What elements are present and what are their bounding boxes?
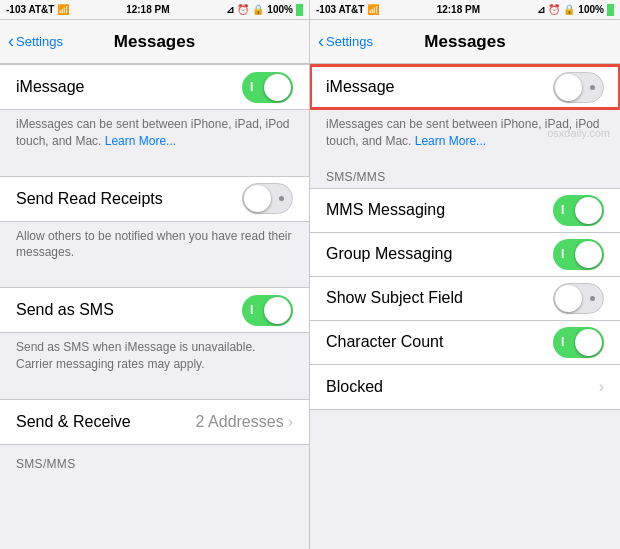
left-panel: -103 AT&T 📶 12:18 PM ⊿ ⏰ 🔒 100% █ ‹ Sett… <box>0 0 310 549</box>
back-label-left: Settings <box>16 34 63 49</box>
learn-more-link-left[interactable]: Learn More... <box>105 134 176 148</box>
back-button-left[interactable]: ‹ Settings <box>8 33 63 50</box>
character-count-row[interactable]: Character Count I <box>310 321 620 365</box>
status-bar-right: -103 AT&T 📶 12:18 PM ⊿ ⏰ 🔒 100% █ <box>310 0 620 20</box>
time-right: 12:18 PM <box>437 4 480 15</box>
send-receive-value-left: 2 Addresses <box>196 413 284 431</box>
alarm-icon-right: ⏰ <box>548 4 560 15</box>
read-receipts-group-left: Send Read Receipts <box>0 176 309 222</box>
mms-messaging-toggle[interactable]: I <box>553 195 604 226</box>
read-receipts-desc-left: Allow others to be notified when you hav… <box>0 222 309 270</box>
blocked-row[interactable]: Blocked › <box>310 365 620 409</box>
back-arrow-icon-right: ‹ <box>318 32 324 50</box>
nav-title-left: Messages <box>114 32 195 52</box>
battery-icon-left: █ <box>296 4 303 15</box>
send-sms-row-left[interactable]: Send as SMS I <box>0 288 309 332</box>
imessage-toggle-dot-right <box>590 85 595 90</box>
location-icon-right: ⊿ <box>537 4 545 15</box>
imessage-row-right[interactable]: iMessage <box>310 65 620 109</box>
character-count-toggle[interactable]: I <box>553 327 604 358</box>
toggle-i-icon-left: I <box>250 80 253 94</box>
alarm-icon-left: ⏰ <box>237 4 249 15</box>
imessage-toggle-left[interactable]: I <box>242 72 293 103</box>
send-receive-group-left: Send & Receive 2 Addresses › <box>0 399 309 445</box>
imessage-knob-right <box>555 74 582 101</box>
status-right-left: ⊿ ⏰ 🔒 100% █ <box>226 4 303 15</box>
send-receive-label-left: Send & Receive <box>16 413 196 431</box>
status-left-right: -103 AT&T 📶 <box>316 4 379 15</box>
carrier-right: -103 AT&T <box>316 4 364 15</box>
toggle-i-sms-left: I <box>250 303 253 317</box>
nav-bar-left: ‹ Settings Messages <box>0 20 309 64</box>
back-label-right: Settings <box>326 34 373 49</box>
location-icon-left: ⊿ <box>226 4 234 15</box>
group-messaging-label: Group Messaging <box>326 245 553 263</box>
back-arrow-icon-left: ‹ <box>8 32 14 50</box>
back-button-right[interactable]: ‹ Settings <box>318 33 373 50</box>
battery-left: 100% <box>267 4 293 15</box>
imessage-toggle-right[interactable] <box>553 72 604 103</box>
character-count-label: Character Count <box>326 333 553 351</box>
battery-right: 100% <box>578 4 604 15</box>
lock-icon-right: 🔒 <box>563 4 575 15</box>
imessage-label-left: iMessage <box>16 78 242 96</box>
content-left: iMessage I iMessages can be sent between… <box>0 64 309 549</box>
send-sms-knob-left <box>264 297 291 324</box>
group-messaging-row[interactable]: Group Messaging I <box>310 233 620 277</box>
lock-icon-left: 🔒 <box>252 4 264 15</box>
blocked-label: Blocked <box>326 378 599 396</box>
imessage-desc-right: iMessages can be sent between iPhone, iP… <box>310 110 620 158</box>
wifi-icon-left: 📶 <box>57 4 69 15</box>
content-right: iMessage iMessages can be sent between i… <box>310 64 620 549</box>
read-receipts-knob-left <box>244 185 271 212</box>
battery-icon-right: █ <box>607 4 614 15</box>
imessage-row-left[interactable]: iMessage I <box>0 65 309 109</box>
toggle-knob-left <box>264 74 291 101</box>
wifi-icon-right: 📶 <box>367 4 379 15</box>
send-sms-toggle-left[interactable]: I <box>242 295 293 326</box>
group-messaging-toggle[interactable]: I <box>553 239 604 270</box>
show-subject-label: Show Subject Field <box>326 289 553 307</box>
send-receive-row-left[interactable]: Send & Receive 2 Addresses › <box>0 400 309 444</box>
imessage-desc-left: iMessages can be sent between iPhone, iP… <box>0 110 309 158</box>
status-bar-left: -103 AT&T 📶 12:18 PM ⊿ ⏰ 🔒 100% █ <box>0 0 309 20</box>
blocked-chevron: › <box>599 378 604 396</box>
imessage-label-right: iMessage <box>326 78 553 96</box>
time-left: 12:18 PM <box>126 4 169 15</box>
read-receipts-label-left: Send Read Receipts <box>16 190 242 208</box>
carrier-left: -103 AT&T <box>6 4 54 15</box>
show-subject-toggle[interactable] <box>553 283 604 314</box>
imessage-group-right: iMessage <box>310 64 620 110</box>
read-receipts-row-left[interactable]: Send Read Receipts <box>0 177 309 221</box>
right-panel: -103 AT&T 📶 12:18 PM ⊿ ⏰ 🔒 100% █ ‹ Sett… <box>310 0 620 549</box>
send-sms-group-left: Send as SMS I <box>0 287 309 333</box>
send-sms-desc-left: Send as SMS when iMessage is unavailable… <box>0 333 309 381</box>
send-sms-label-left: Send as SMS <box>16 301 242 319</box>
mms-messaging-row[interactable]: MMS Messaging I <box>310 189 620 233</box>
nav-title-right: Messages <box>424 32 505 52</box>
learn-more-link-right[interactable]: Learn More... <box>415 134 486 148</box>
nav-bar-right: ‹ Settings Messages <box>310 20 620 64</box>
status-left: -103 AT&T 📶 <box>6 4 69 15</box>
toggle-dot-left <box>279 196 284 201</box>
sms-section-label-right: SMS/MMS <box>310 158 620 188</box>
sms-section-label-left: SMS/MMS <box>0 445 309 475</box>
mms-messaging-label: MMS Messaging <box>326 201 553 219</box>
show-subject-row[interactable]: Show Subject Field <box>310 277 620 321</box>
send-receive-chevron-left: › <box>288 413 293 431</box>
smsmms-group-right: MMS Messaging I Group Messaging I Show S… <box>310 188 620 410</box>
read-receipts-toggle-left[interactable] <box>242 183 293 214</box>
status-right-right: ⊿ ⏰ 🔒 100% █ <box>537 4 614 15</box>
imessage-group-left: iMessage I <box>0 64 309 110</box>
